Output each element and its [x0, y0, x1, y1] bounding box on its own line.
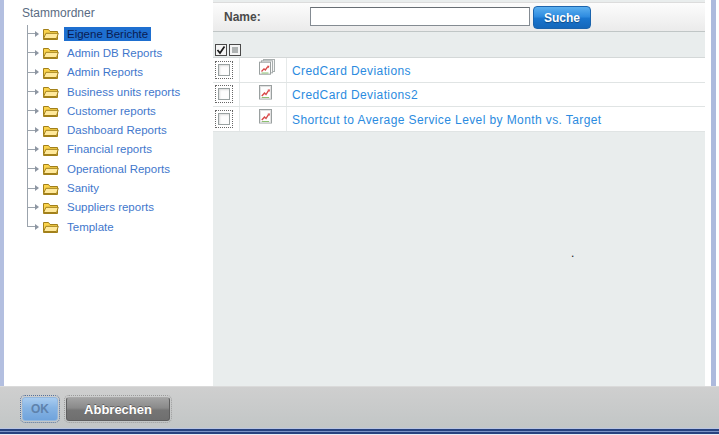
sidebar-item-business-units-reports[interactable]: Business units reports	[4, 82, 213, 101]
folder-icon	[42, 85, 59, 98]
sidebar-item-label[interactable]: Sanity	[64, 181, 102, 195]
tree-connector	[27, 168, 35, 169]
tree-arrow-icon	[35, 31, 39, 37]
tree-arrow-icon	[35, 127, 39, 133]
sidebar-item-template[interactable]: Template	[4, 217, 213, 236]
tree-arrow-icon	[35, 224, 39, 230]
sidebar-item-label[interactable]: Template	[64, 220, 117, 234]
name-cell: CredCard Deviations	[287, 61, 705, 79]
selection-toggles	[215, 44, 241, 56]
checkbox-focus-ring	[215, 85, 233, 103]
tree-connector	[27, 188, 35, 189]
window-bottom-border	[0, 428, 719, 435]
stray-dot: .	[571, 246, 574, 260]
tree-items: Eigene Berichte Admin DB Reports Admin R…	[4, 24, 213, 236]
select-all-checkbox-icon[interactable]	[215, 44, 227, 56]
folder-icon	[42, 143, 59, 156]
checkbox-focus-ring	[215, 61, 233, 79]
sidebar-item-label[interactable]: Operational Reports	[64, 162, 173, 176]
checkbox-cell	[213, 83, 240, 107]
table-row: CredCard Deviations	[213, 58, 705, 83]
name-cell: CredCard Deviations2	[287, 85, 705, 103]
ok-button[interactable]: OK	[22, 397, 58, 421]
report-chart-icon	[257, 84, 274, 105]
folder-icon	[42, 66, 59, 79]
clear-all-inner-square	[232, 47, 238, 53]
tree-arrow-icon	[35, 50, 39, 56]
tree-connector	[27, 130, 35, 131]
tree-connector	[27, 91, 35, 92]
tree-connector	[27, 207, 35, 208]
sidebar-item-label[interactable]: Business units reports	[64, 85, 183, 99]
stacked-report-chart-icon	[257, 59, 276, 80]
report-checkbox[interactable]	[218, 64, 230, 76]
sidebar-item-label[interactable]: Eigene Berichte	[64, 27, 151, 41]
tree-arrow-icon	[35, 108, 39, 114]
tree-connector	[27, 72, 35, 73]
cancel-button[interactable]: Abbrechen	[66, 397, 170, 421]
sidebar-item-suppliers-reports[interactable]: Suppliers reports	[4, 198, 213, 217]
tree-arrow-icon	[35, 204, 39, 210]
report-link[interactable]: Shortcut to Average Service Level by Mon…	[292, 113, 602, 127]
dialog-footer: OK Abbrechen	[0, 386, 719, 428]
window-edge-right	[711, 0, 716, 435]
sidebar-item-financial-reports[interactable]: Financial reports	[4, 140, 213, 159]
tree-arrow-icon	[35, 185, 39, 191]
clear-all-checkbox-icon[interactable]	[229, 44, 241, 56]
report-checkbox[interactable]	[218, 113, 230, 125]
report-checkbox[interactable]	[218, 88, 230, 100]
report-list: CredCard Deviations CredCard Deviations2	[213, 57, 705, 132]
report-chart-icon	[257, 108, 274, 129]
folder-icon	[42, 46, 59, 59]
sidebar-item-dashboard-reports[interactable]: Dashboard Reports	[4, 120, 213, 139]
sidebar-item-sanity[interactable]: Sanity	[4, 178, 213, 197]
tree-connector	[27, 33, 35, 34]
folder-icon	[42, 27, 59, 40]
sidebar-item-label[interactable]: Financial reports	[64, 142, 155, 156]
folder-tree-sidebar: Stammordner Eigene Berichte Admin DB Rep…	[4, 0, 213, 386]
tree-connector	[27, 52, 35, 53]
sidebar-item-operational-reports[interactable]: Operational Reports	[4, 159, 213, 178]
tree-connector	[27, 226, 35, 227]
sidebar-item-label[interactable]: Admin Reports	[64, 65, 146, 79]
table-row: CredCard Deviations2	[213, 83, 705, 108]
sidebar-item-label[interactable]: Suppliers reports	[64, 200, 157, 214]
sidebar-item-admin-reports[interactable]: Admin Reports	[4, 63, 213, 82]
sidebar-item-label[interactable]: Admin DB Reports	[64, 46, 165, 60]
search-button[interactable]: Suche	[533, 6, 591, 29]
tree-arrow-icon	[35, 89, 39, 95]
tree-connector	[27, 149, 35, 150]
name-label: Name:	[224, 10, 261, 24]
checkbox-cell	[213, 58, 240, 82]
report-link[interactable]: CredCard Deviations	[292, 64, 411, 78]
tree-arrow-icon	[35, 166, 39, 172]
icon-cell	[240, 107, 287, 131]
table-row: Shortcut to Average Service Level by Mon…	[213, 107, 705, 132]
report-picker-window: Stammordner Eigene Berichte Admin DB Rep…	[0, 0, 719, 435]
tree-root-label: Stammordner	[22, 6, 213, 20]
checkbox-focus-ring	[215, 110, 233, 128]
folder-icon	[42, 182, 59, 195]
name-cell: Shortcut to Average Service Level by Mon…	[287, 110, 705, 128]
report-link[interactable]: CredCard Deviations2	[292, 88, 418, 102]
folder-icon	[42, 220, 59, 233]
sidebar-item-admin-db-reports[interactable]: Admin DB Reports	[4, 43, 213, 62]
folder-icon	[42, 104, 59, 117]
icon-cell	[240, 83, 287, 107]
tree-connector	[27, 110, 35, 111]
folder-icon	[42, 201, 59, 214]
sidebar-item-customer-reports[interactable]: Customer reports	[4, 101, 213, 120]
folder-icon	[42, 124, 59, 137]
search-bar: Name: Suche	[213, 2, 705, 32]
report-list-panel: Name: Suche CredCard Deviations	[213, 0, 705, 386]
sidebar-item-eigene-berichte[interactable]: Eigene Berichte	[4, 24, 213, 43]
sidebar-item-label[interactable]: Dashboard Reports	[64, 123, 170, 137]
sidebar-item-label[interactable]: Customer reports	[64, 104, 159, 118]
tree-arrow-icon	[35, 146, 39, 152]
checkbox-cell	[213, 107, 240, 131]
tree-arrow-icon	[35, 69, 39, 75]
folder-icon	[42, 162, 59, 175]
search-input[interactable]	[310, 7, 530, 26]
icon-cell	[240, 58, 287, 82]
